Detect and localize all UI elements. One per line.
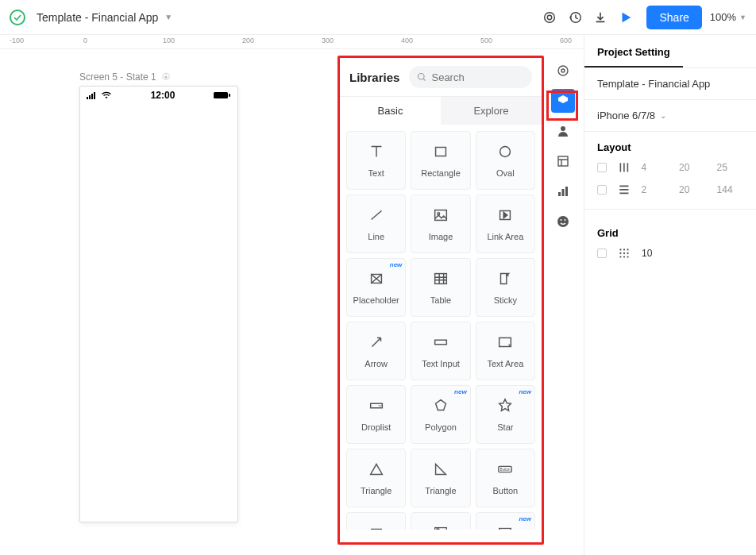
svg-point-43 (627, 249, 628, 250)
wifi-icon (101, 91, 112, 99)
library-item-browser[interactable]: Browser (411, 512, 470, 530)
library-item-placeholder[interactable]: newPlaceholder (346, 258, 406, 317)
svg-rect-23 (371, 529, 381, 530)
gear-icon[interactable] (161, 72, 171, 82)
svg-rect-8 (214, 92, 228, 98)
arrow-icon (368, 333, 385, 354)
library-item-oval[interactable]: Oval (476, 131, 535, 190)
chevron-down-icon: ⌄ (660, 111, 666, 120)
library-item-line[interactable]: Line (346, 195, 406, 253)
history-icon[interactable] (562, 5, 588, 30)
svg-point-38 (557, 216, 569, 227)
device-selector[interactable]: iPhone 6/7/8 ⌄ (584, 100, 756, 131)
library-item-text[interactable]: Text (346, 131, 406, 190)
document-title[interactable]: Template - Financial App (37, 11, 158, 24)
library-item-image[interactable]: Image (411, 195, 470, 253)
signal-icon (87, 91, 98, 99)
library-item-rectangle[interactable]: Rectangle (411, 131, 470, 190)
library-item-carousel[interactable]: Carousel (346, 512, 406, 530)
project-name: Template - Financial App (597, 78, 710, 90)
text-input-icon (432, 333, 449, 354)
svg-rect-17 (435, 274, 447, 284)
search-field[interactable] (409, 66, 532, 88)
library-item-arrow[interactable]: Arrow (346, 322, 406, 380)
tab-project-setting[interactable]: Project Setting (584, 35, 683, 67)
library-item-label: Polygon (425, 422, 457, 432)
library-item-button[interactable]: ButtonButton (476, 449, 535, 507)
battery-icon (214, 91, 231, 99)
library-item-text-area[interactable]: Text Area (476, 322, 535, 380)
library-item-table[interactable]: Table (411, 258, 470, 317)
library-item-video[interactable]: newVideo (476, 512, 535, 530)
svg-point-41 (619, 249, 621, 250)
libraries-panel: Libraries Basic Explore TextRectangleOva… (338, 56, 544, 545)
library-item-label: Image (429, 232, 453, 241)
library-item-polygon[interactable]: newPolygon (411, 385, 470, 444)
svg-point-46 (627, 252, 628, 254)
library-item-label: Text Area (487, 359, 523, 368)
screen-label[interactable]: Screen 5 - State 1 (79, 71, 171, 83)
droplist-icon (368, 397, 385, 418)
link-area-icon (496, 206, 514, 227)
checkbox[interactable] (597, 163, 607, 172)
svg-point-1 (548, 15, 552, 19)
library-item-triangle[interactable]: Triangle (411, 449, 470, 507)
library-item-link-area[interactable]: Link Area (476, 195, 535, 253)
library-item-label: Rectangle (421, 168, 461, 178)
svg-point-10 (418, 73, 425, 79)
layout-row-columns[interactable]: 4 20 25 (584, 156, 756, 179)
polygon-icon (432, 397, 449, 418)
svg-point-0 (545, 12, 555, 22)
triangle-icon (368, 461, 385, 481)
library-item-label: Arrow (364, 359, 388, 368)
svg-rect-9 (229, 94, 230, 97)
library-item-text-input[interactable]: Text Input (411, 322, 470, 380)
components-tool-icon[interactable] (551, 89, 575, 113)
table-icon (432, 270, 449, 291)
library-item-label: Table (430, 295, 451, 305)
user-tool-icon[interactable] (551, 119, 575, 143)
phone-status-bar: 12:00 (80, 87, 237, 104)
search-input[interactable] (431, 71, 524, 83)
share-button[interactable]: Share (646, 6, 701, 29)
line-icon (368, 206, 385, 227)
tab-basic[interactable]: Basic (340, 97, 441, 125)
title-dropdown-icon[interactable]: ▼ (164, 13, 172, 21)
grid-row[interactable]: 10 (584, 242, 756, 264)
svg-point-42 (623, 249, 625, 250)
target-icon[interactable] (537, 5, 562, 30)
phone-time: 12:00 (151, 90, 176, 101)
svg-rect-36 (562, 189, 565, 196)
oval-icon (496, 143, 514, 164)
checkbox[interactable] (597, 185, 607, 195)
svg-point-39 (561, 219, 562, 221)
phone-mockup[interactable]: 12:00 (79, 86, 238, 522)
emoji-tool-icon[interactable] (551, 210, 575, 233)
svg-point-40 (565, 219, 566, 221)
browser-icon (432, 524, 449, 530)
library-item-label: Text (368, 168, 384, 178)
svg-point-45 (623, 252, 625, 254)
columns-icon (618, 161, 631, 174)
layout-tool-icon[interactable] (551, 149, 575, 173)
app-logo-icon (10, 10, 25, 25)
rows-icon (618, 183, 631, 196)
data-tool-icon[interactable] (551, 179, 575, 203)
tab-explore[interactable]: Explore (441, 97, 542, 125)
layout-row-rows[interactable]: 2 20 144 (584, 179, 756, 201)
library-item-star[interactable]: newStar (476, 385, 535, 444)
library-item-label: Triangle (361, 486, 392, 495)
library-item-droplist[interactable]: Droplist (346, 385, 406, 444)
download-icon[interactable] (588, 5, 613, 30)
play-icon[interactable] (613, 5, 638, 30)
library-item-sticky[interactable]: Sticky (476, 258, 535, 317)
right-toolbar (550, 59, 577, 233)
svg-rect-7 (94, 92, 95, 99)
zoom-dropdown[interactable]: 100%▼ (710, 11, 746, 23)
checkbox[interactable] (597, 249, 607, 258)
text-area-icon (496, 333, 514, 354)
sticky-icon (496, 270, 514, 291)
library-item-triangle[interactable]: Triangle (346, 449, 406, 507)
star-icon (496, 397, 514, 418)
target-tool-icon[interactable] (551, 59, 575, 83)
